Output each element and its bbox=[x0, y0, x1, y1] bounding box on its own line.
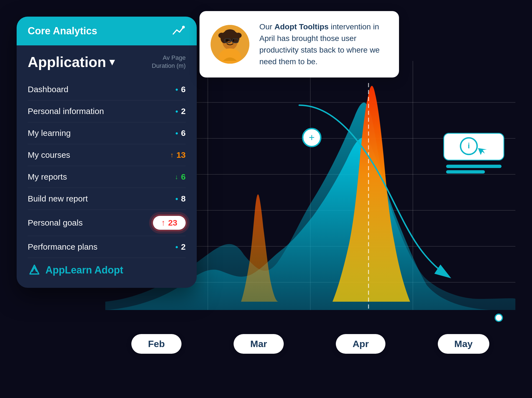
col-header-line2: Duration (m) bbox=[152, 62, 186, 70]
info-tooltip-box: i bbox=[443, 133, 504, 161]
cursor-info-icon: i bbox=[457, 136, 490, 158]
dot-icon: ● bbox=[175, 244, 178, 250]
menu-item-label: Build new report bbox=[28, 194, 88, 203]
tooltip-card: Our Adopt Tooltips intervention in April… bbox=[200, 11, 399, 77]
svg-point-17 bbox=[235, 33, 242, 38]
applearn-logo-icon bbox=[28, 263, 41, 277]
chevron-down-icon[interactable]: ▾ bbox=[109, 56, 114, 68]
app-title: Application ▾ bbox=[28, 54, 114, 70]
menu-item-build-new-report[interactable]: Build new report ● 8 bbox=[28, 188, 186, 210]
menu-item-value: ● 2 bbox=[175, 107, 186, 116]
svg-text:i: i bbox=[468, 141, 470, 150]
menu-item-label: Personal goals bbox=[28, 218, 83, 228]
month-may: May bbox=[438, 334, 489, 354]
anomaly-badge: ↑ 23 bbox=[153, 216, 186, 230]
menu-item-label: Performance plans bbox=[28, 242, 98, 252]
info-tooltip: i bbox=[443, 133, 504, 161]
plus-icon: + bbox=[309, 132, 314, 143]
up-arrow-icon: ↑ bbox=[170, 151, 174, 159]
menu-item-value: ↑ 23 bbox=[153, 216, 186, 230]
column-header: Av Page Duration (m) bbox=[152, 54, 186, 70]
menu-item-label: Personal information bbox=[28, 107, 104, 116]
tooltip-bold: Adopt Tooltips bbox=[274, 22, 328, 31]
menu-item-performance-plans[interactable]: Performance plans ● 2 bbox=[28, 236, 186, 258]
menu-item-value: ● 6 bbox=[175, 128, 186, 138]
info-bar-lines bbox=[446, 165, 502, 176]
dot-icon: ● bbox=[175, 108, 178, 114]
avatar bbox=[211, 25, 249, 64]
menu-item-dashboard[interactable]: Dashboard ● 6 bbox=[28, 79, 186, 100]
col-header-line1: Av Page bbox=[152, 54, 186, 62]
app-selector-label: Application bbox=[28, 54, 106, 70]
dot-icon: ● bbox=[175, 130, 178, 136]
main-scene: Core Analytics Application ▾ Av Page Dur… bbox=[0, 0, 532, 398]
tooltip-text: Our Adopt Tooltips intervention in April… bbox=[259, 21, 388, 68]
menu-item-my-learning[interactable]: My learning ● 6 bbox=[28, 122, 186, 144]
svg-point-18 bbox=[224, 29, 236, 36]
panel-header: Core Analytics bbox=[17, 17, 197, 45]
app-panel: Core Analytics Application ▾ Av Page Dur… bbox=[17, 17, 197, 288]
down-arrow-icon: ↓ bbox=[175, 173, 178, 181]
menu-item-personal-goals[interactable]: Personal goals ↑ 23 bbox=[28, 210, 186, 236]
menu-item-value: ● 6 bbox=[175, 85, 186, 94]
panel-title: Core Analytics bbox=[28, 25, 97, 37]
menu-item-label: My reports bbox=[28, 172, 67, 182]
avatar-image bbox=[211, 25, 249, 64]
dot-icon: ● bbox=[175, 87, 178, 92]
menu-item-value: ↑ 13 bbox=[170, 150, 186, 160]
menu-item-my-reports[interactable]: My reports ↓ 6 bbox=[28, 166, 186, 188]
brand-name: AppLearn Adopt bbox=[45, 264, 123, 276]
menu-item-label: My learning bbox=[28, 128, 71, 138]
menu-item-label: My courses bbox=[28, 150, 70, 160]
month-mar: Mar bbox=[234, 334, 283, 354]
menu-item-value: ● 2 bbox=[175, 242, 186, 252]
month-labels: Feb Mar Apr May bbox=[105, 334, 515, 354]
analytics-icon bbox=[172, 24, 186, 38]
menu-item-value: ● 8 bbox=[175, 194, 186, 203]
dot-icon: ● bbox=[175, 196, 178, 202]
panel-body: Application ▾ Av Page Duration (m) Dashb… bbox=[17, 45, 197, 266]
svg-point-16 bbox=[218, 33, 225, 38]
month-feb: Feb bbox=[131, 334, 181, 354]
menu-item-value: ↓ 6 bbox=[175, 172, 186, 182]
app-title-row: Application ▾ Av Page Duration (m) bbox=[28, 54, 186, 70]
svg-point-10 bbox=[182, 26, 185, 29]
month-apr: Apr bbox=[336, 334, 385, 354]
menu-item-personal-information[interactable]: Personal information ● 2 bbox=[28, 100, 186, 122]
plus-marker[interactable]: + bbox=[302, 128, 321, 147]
up-arrow-icon: ↑ bbox=[161, 218, 165, 228]
menu-list: Dashboard ● 6 Personal information ● 2 bbox=[28, 79, 186, 258]
end-dot bbox=[495, 314, 503, 322]
menu-item-my-courses[interactable]: My courses ↑ 13 bbox=[28, 144, 186, 166]
brand-footer: AppLearn Adopt bbox=[28, 263, 123, 277]
menu-item-label: Dashboard bbox=[28, 85, 68, 94]
